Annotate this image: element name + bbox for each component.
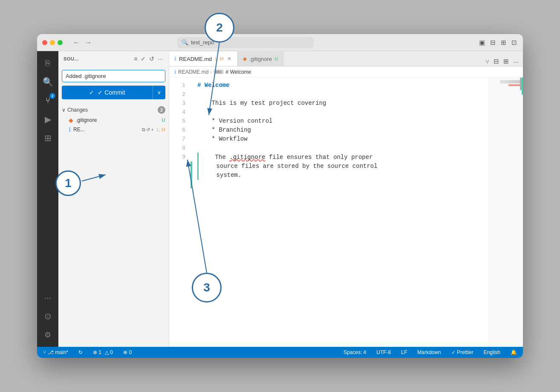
window-controls: ▣ ⊟ ⊞ ⊡ [478, 38, 518, 47]
search-bar[interactable]: 🔍 test_repo [177, 37, 314, 48]
sidebar-check-btn[interactable]: ✓ [140, 55, 147, 63]
status-encoding[interactable]: UTF-8 [375, 349, 393, 355]
commit-checkmark-icon: ✓ [89, 89, 94, 96]
minimap-scrollbar[interactable] [520, 78, 522, 90]
stage-icon: + [151, 127, 153, 133]
encoding-label: UTF-8 [376, 349, 391, 355]
code-line-10: source files are stored by the source co… [197, 162, 484, 171]
status-notifications[interactable]: 🔔 [509, 349, 519, 355]
tab-gitignore[interactable]: ◆ .gitignore U [238, 52, 283, 66]
file-icon-readme: ℹ [69, 126, 71, 133]
editor-split-button[interactable]: ⑂ [485, 57, 490, 66]
breadcrumb-separator: › [210, 69, 212, 75]
run-icon: ▶ [45, 114, 51, 124]
customize-layout-button[interactable]: ⊡ [511, 38, 518, 47]
tab-gitignore-label: .gitignore [249, 56, 272, 62]
breadcrumb: ℹ README.md › abc # Welcome [169, 66, 523, 78]
account-icon: ⊙ [44, 311, 52, 321]
sidebar-item-run[interactable]: ▶ [39, 111, 56, 128]
sidebar-menu-btn[interactable]: ≡ [133, 55, 138, 63]
sidebar-item-account[interactable]: ⊙ [39, 308, 56, 325]
sidebar-item-settings[interactable]: ⚙ [39, 326, 56, 343]
gitignore-icon: ◆ [243, 56, 247, 62]
status-errors[interactable]: ⊗ 1 △ 0 [91, 349, 115, 355]
changes-label: Changes [67, 107, 88, 113]
line-ending-label: LF [401, 349, 407, 355]
code-line-1: # Welcome [197, 81, 484, 90]
status-remote[interactable]: ⊕ 0 [121, 349, 133, 355]
sidebar-header: SOU... ≡ ✓ ↺ ··· [58, 51, 169, 66]
chevron-down-icon: ∨ [62, 107, 66, 113]
commit-dropdown-button[interactable]: ∨ [153, 86, 165, 99]
line-numbers: 1 2 3 4 5 6 7 8 9 [169, 78, 191, 347]
editor-layout-button[interactable]: ⊟ [493, 57, 500, 66]
status-branch[interactable]: ⑂ ⎇ main* [41, 349, 70, 355]
code-line-2 [197, 90, 484, 99]
commit-message-input[interactable] [62, 70, 165, 82]
sidebar-refresh-btn[interactable]: ↺ [148, 55, 155, 63]
commit-button[interactable]: ✓ ✓ Commit [62, 86, 153, 99]
panel-toggle-button[interactable]: ⊟ [489, 38, 496, 47]
commit-button-container: ✓ ✓ Commit ∨ [62, 86, 165, 99]
editor-content: 1 2 3 4 5 6 7 8 9 # We [169, 78, 523, 347]
list-item[interactable]: ℹ RE... ⧉ ↺ + 1, M [58, 125, 169, 134]
layout-button[interactable]: ⊞ [500, 38, 507, 47]
branch-label: ⎇ main* [48, 349, 68, 355]
sidebar-item-search[interactable]: 🔍 [39, 73, 56, 90]
tab-readme[interactable]: ℹ README.md 1, M ✕ [169, 52, 238, 66]
close-button[interactable] [42, 40, 47, 45]
sync-icon: ↻ [78, 349, 83, 355]
explorer-icon: ⎘ [45, 58, 50, 68]
status-sync[interactable]: ↻ [77, 349, 84, 355]
file-actions: ⧉ ↺ + [142, 127, 153, 133]
editor-tab-actions: ⑂ ⊟ ⊞ ··· [481, 57, 523, 66]
code-line-4 [197, 108, 484, 117]
breadcrumb-section: # Welcome [225, 69, 251, 75]
status-language[interactable]: Markdown [416, 349, 442, 355]
back-button[interactable]: ← [71, 38, 81, 47]
search-text: test_repo [191, 39, 214, 46]
minimap-modified [508, 84, 521, 86]
file-status-untracked: U [162, 117, 165, 123]
editor-tabs: ℹ README.md 1, M ✕ ◆ .gitignore U ⑂ ⊟ [169, 51, 523, 66]
minimize-button[interactable] [50, 40, 55, 45]
code-editor[interactable]: # Welcome This is my test project coveri… [192, 78, 489, 347]
editor-more-button[interactable]: ··· [512, 57, 520, 66]
status-formatter[interactable]: ✓ Prettier [450, 349, 475, 355]
code-line-3: This is my test project covering [197, 99, 484, 108]
formatter-label: ✓ Prettier [451, 349, 473, 355]
sidebar-more-btn[interactable]: ··· [157, 55, 164, 63]
maximize-button[interactable] [58, 40, 63, 45]
sidebar-title: SOU... [64, 56, 79, 61]
discard-icon: ↺ [146, 127, 150, 133]
code-line-5: * Version control [197, 117, 484, 126]
modified-indicator-bar [191, 78, 192, 347]
editor-area: ℹ README.md 1, M ✕ ◆ .gitignore U ⑂ ⊟ [169, 51, 523, 347]
breadcrumb-file-icon: ℹ [174, 69, 176, 75]
status-spaces[interactable]: Spaces: 4 [342, 349, 368, 355]
breadcrumb-symbol-icon: abc [214, 69, 224, 74]
sidebar-item-source-control[interactable]: ⑂ 2 [39, 92, 56, 109]
minimap-change-indicator [522, 78, 523, 95]
notifications-icon: 🔔 [511, 349, 517, 355]
tab-readme-label: README.md [179, 56, 212, 62]
forward-button[interactable]: → [83, 38, 93, 47]
sidebar-item-extensions[interactable]: ⊞ [39, 130, 56, 147]
sidebar-toggle-button[interactable]: ▣ [478, 38, 486, 47]
changes-section: ∨ Changes 2 ◆ .gitignore U ℹ RE... [58, 103, 169, 136]
status-line-ending[interactable]: LF [399, 349, 409, 355]
status-language2[interactable]: English [482, 349, 502, 355]
tab-readme-close-button[interactable]: ✕ [226, 55, 232, 63]
errors-label: ⊗ 1 [93, 349, 101, 355]
sidebar-item-explorer[interactable]: ⎘ [39, 55, 56, 72]
branch-icon: ⑂ [43, 349, 46, 355]
minimap-content [500, 80, 521, 84]
changes-header[interactable]: ∨ Changes 2 [58, 104, 169, 115]
list-item[interactable]: ◆ .gitignore U [58, 115, 169, 125]
editor-panel-button[interactable]: ⊞ [502, 57, 510, 66]
language-label: Markdown [417, 349, 441, 355]
file-icon-gitignore: ◆ [69, 117, 73, 124]
modified-indicator [191, 161, 192, 188]
sidebar-item-more[interactable]: ··· [39, 289, 56, 306]
nav-buttons: ← → [71, 38, 93, 47]
